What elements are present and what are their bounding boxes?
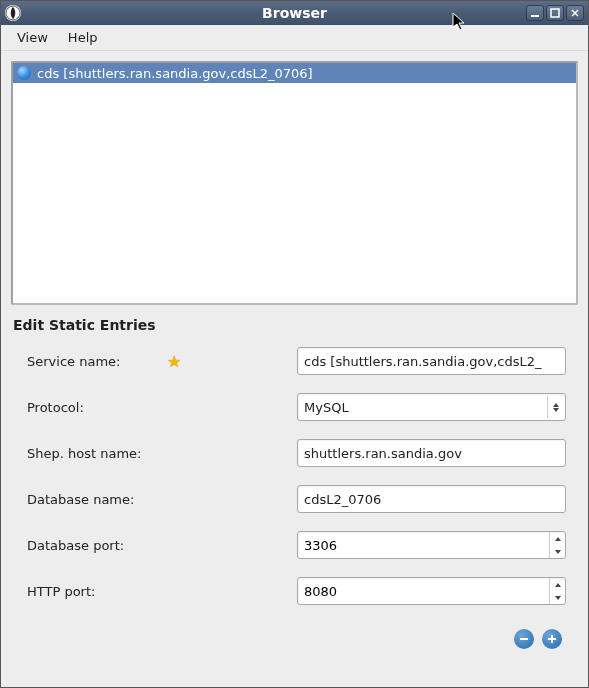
star-icon[interactable]: ★ <box>167 352 181 371</box>
row-shep-host: Shep. host name: <box>27 439 566 467</box>
svg-rect-2 <box>551 9 559 17</box>
service-name-input[interactable] <box>297 347 566 375</box>
svg-rect-3 <box>520 638 528 640</box>
window-title: Browser <box>262 5 327 21</box>
db-port-up[interactable] <box>550 532 565 545</box>
row-service-name: Service name: ★ <box>27 347 566 375</box>
menubar: View Help <box>1 25 588 51</box>
list-item-label: cds [shuttlers.ran.sandia.gov,cdsL2_0706… <box>37 66 313 81</box>
http-port-down[interactable] <box>550 591 565 604</box>
label-db-port: Database port: <box>27 538 167 553</box>
svg-rect-1 <box>531 15 539 17</box>
db-name-input[interactable] <box>297 485 566 513</box>
menu-view[interactable]: View <box>7 26 58 49</box>
globe-icon <box>17 66 31 80</box>
browser-window: Browser View Help cds [shuttlers.ran.san… <box>0 0 589 688</box>
favorite-slot: ★ <box>167 352 297 371</box>
app-icon <box>5 5 21 21</box>
maximize-button[interactable] <box>546 5 564 21</box>
db-port-spinner[interactable] <box>297 531 566 559</box>
close-button[interactable] <box>566 5 584 21</box>
entries-list[interactable]: cds [shuttlers.ran.sandia.gov,cdsL2_0706… <box>11 61 578 305</box>
protocol-select[interactable]: MySQL <box>297 393 566 421</box>
label-service-name: Service name: <box>27 354 167 369</box>
svg-rect-5 <box>548 638 556 640</box>
window-controls <box>526 5 584 21</box>
label-http-port: HTTP port: <box>27 584 167 599</box>
action-buttons <box>11 623 578 649</box>
protocol-value: MySQL <box>304 400 547 415</box>
label-protocol: Protocol: <box>27 400 167 415</box>
edit-form: Service name: ★ Protocol: MySQL <box>11 347 578 623</box>
shep-host-input[interactable] <box>297 439 566 467</box>
db-port-down[interactable] <box>550 545 565 558</box>
db-port-input[interactable] <box>304 538 549 553</box>
http-port-input[interactable] <box>304 584 549 599</box>
label-db-name: Database name: <box>27 492 167 507</box>
row-http-port: HTTP port: <box>27 577 566 605</box>
remove-button[interactable] <box>514 629 534 649</box>
add-button[interactable] <box>542 629 562 649</box>
row-db-name: Database name: <box>27 485 566 513</box>
menu-help[interactable]: Help <box>58 26 108 49</box>
label-shep-host: Shep. host name: <box>27 446 167 461</box>
http-port-spinner[interactable] <box>297 577 566 605</box>
row-protocol: Protocol: MySQL <box>27 393 566 421</box>
select-arrows-icon <box>547 396 563 418</box>
http-port-up[interactable] <box>550 578 565 591</box>
row-db-port: Database port: <box>27 531 566 559</box>
minimize-button[interactable] <box>526 5 544 21</box>
section-title: Edit Static Entries <box>13 317 578 333</box>
titlebar[interactable]: Browser <box>1 1 588 25</box>
content-area: cds [shuttlers.ran.sandia.gov,cdsL2_0706… <box>1 51 588 687</box>
list-item[interactable]: cds [shuttlers.ran.sandia.gov,cdsL2_0706… <box>13 63 576 83</box>
